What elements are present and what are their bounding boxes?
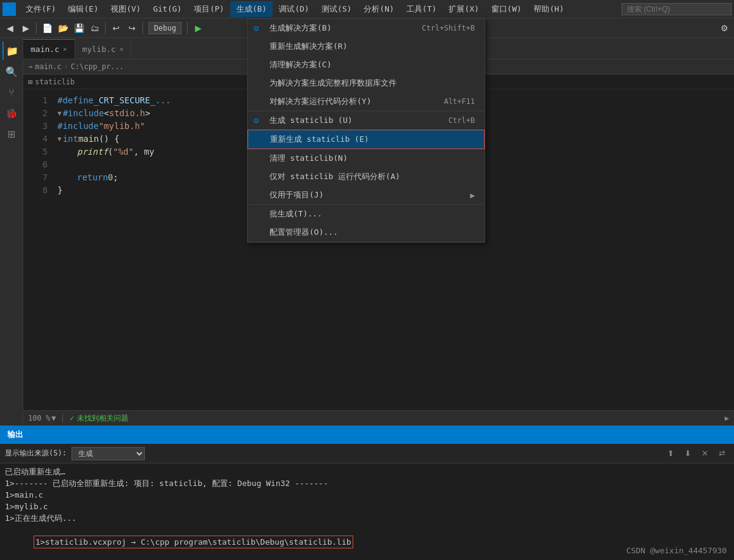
clean-staticlib-label: 清理 staticlib(N)	[270, 153, 348, 164]
menu-build-solution[interactable]: ⚙ 生成解决方案(B) Ctrl+Shift+B	[248, 19, 485, 37]
build-menu-section-2: ⚙ 生成 staticlib (U) Ctrl+B 重新生成 staticlib…	[248, 111, 485, 205]
analyze-staticlib-label: 仅对 staticlib 运行代码分析(A)	[270, 171, 400, 182]
rebuild-staticlib-label: 重新生成 staticlib (E)	[270, 134, 369, 145]
project-only-label: 仅用于项目(J)	[270, 190, 323, 201]
rebuild-solution-label: 重新生成解决方案(R)	[270, 41, 347, 52]
clean-solution-label: 清理解决方案(C)	[270, 59, 331, 70]
analyze-solution-shortcut: Alt+F11	[444, 97, 475, 106]
menu-batch-build[interactable]: 批生成(T)...	[248, 205, 485, 223]
build-solution-label: 生成解决方案(B)	[270, 23, 331, 34]
analyze-solution-label: 对解决方案运行代码分析(Y)	[270, 96, 371, 107]
dropdown-overlay[interactable]: ⚙ 生成解决方案(B) Ctrl+Shift+B 重新生成解决方案(R) 清理解…	[0, 0, 734, 560]
menu-clean-staticlib[interactable]: 清理 staticlib(N)	[248, 149, 485, 168]
menu-analyze-solution[interactable]: 对解决方案运行代码分析(Y) Alt+F11	[248, 92, 485, 111]
build-staticlib-shortcut: Ctrl+B	[449, 116, 475, 125]
generate-pdb-label: 为解决方案生成完整程序数据库文件	[270, 78, 397, 89]
project-only-arrow: ▶	[470, 191, 475, 200]
menu-build-staticlib[interactable]: ⚙ 生成 staticlib (U) Ctrl+B	[248, 111, 485, 130]
build-staticlib-icon: ⚙	[254, 116, 259, 125]
build-solution-icon: ⚙	[254, 23, 259, 33]
menu-config-manager[interactable]: 配置管理器(O)...	[248, 223, 485, 241]
menu-project-only[interactable]: 仅用于项目(J) ▶	[248, 186, 485, 204]
menu-clean-solution[interactable]: 清理解决方案(C)	[248, 56, 485, 74]
build-menu-section-3: 批生成(T)... 配置管理器(O)...	[248, 205, 485, 242]
build-menu: ⚙ 生成解决方案(B) Ctrl+Shift+B 重新生成解决方案(R) 清理解…	[247, 18, 485, 243]
build-staticlib-label: 生成 staticlib (U)	[270, 115, 353, 126]
batch-build-label: 批生成(T)...	[270, 208, 322, 219]
menu-generate-pdb[interactable]: 为解决方案生成完整程序数据库文件	[248, 74, 485, 92]
build-solution-shortcut: Ctrl+Shift+B	[422, 24, 475, 32]
menu-rebuild-staticlib[interactable]: 重新生成 staticlib (E)	[248, 130, 485, 149]
build-menu-section-1: ⚙ 生成解决方案(B) Ctrl+Shift+B 重新生成解决方案(R) 清理解…	[248, 19, 485, 111]
menu-analyze-staticlib[interactable]: 仅对 staticlib 运行代码分析(A)	[248, 168, 485, 186]
menu-rebuild-solution[interactable]: 重新生成解决方案(R)	[248, 37, 485, 56]
config-manager-label: 配置管理器(O)...	[270, 227, 338, 238]
